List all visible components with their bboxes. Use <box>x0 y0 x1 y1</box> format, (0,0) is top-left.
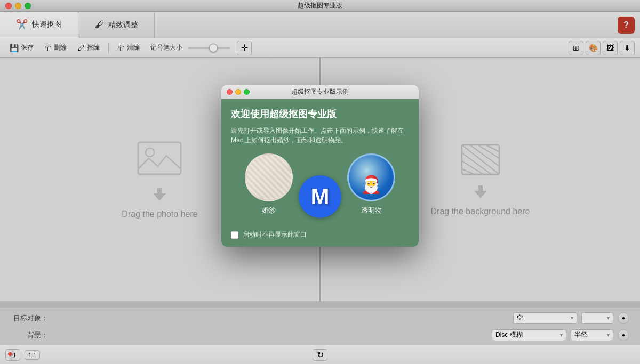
modal-traffic-lights <box>227 89 250 95</box>
wedding-label: 婚纱 <box>262 206 276 215</box>
modal-title: 超级抠图专业版示例 <box>291 87 349 96</box>
app-logo-circle: M <box>299 175 341 218</box>
no-show-label: 启动时不再显示此窗口 <box>243 230 307 239</box>
modal-welcome-heading: 欢迎使用超级抠图专业版 <box>231 108 409 120</box>
transparent-label: 透明物 <box>361 206 382 215</box>
modal-titlebar: 超级抠图专业版示例 <box>221 85 419 99</box>
modal-close-button[interactable] <box>227 89 233 95</box>
modal-minimize-button[interactable] <box>235 89 241 95</box>
modal-body: 欢迎使用超级抠图专业版 请先打开或导入图像开始工作。点击下面的示例，快速了解在 … <box>221 99 419 230</box>
modal-overlay: 超级抠图专业版示例 欢迎使用超级抠图专业版 请先打开或导入图像开始工作。点击下面… <box>0 0 640 364</box>
no-show-checkbox[interactable] <box>231 231 238 239</box>
modal-description: 请先打开或导入图像开始工作。点击下面的示例，快速了解在 Mac 上如何抠出婚纱，… <box>231 126 409 145</box>
santa-emoji: 🎅 <box>361 174 382 195</box>
example-transparent[interactable]: 🎅 透明物 <box>347 153 395 215</box>
wedding-circle <box>245 153 293 201</box>
example-wedding[interactable]: 婚纱 <box>245 153 293 215</box>
santa-circle: 🎅 <box>347 153 395 201</box>
m-logo-text: M <box>310 184 329 209</box>
welcome-dialog: 超级抠图专业版示例 欢迎使用超级抠图专业版 请先打开或导入图像开始工作。点击下面… <box>221 85 419 247</box>
modal-maximize-button[interactable] <box>244 89 250 95</box>
modal-footer: 启动时不再显示此窗口 <box>221 230 419 247</box>
modal-examples: 婚纱 M 🎅 透明物 <box>231 153 409 215</box>
